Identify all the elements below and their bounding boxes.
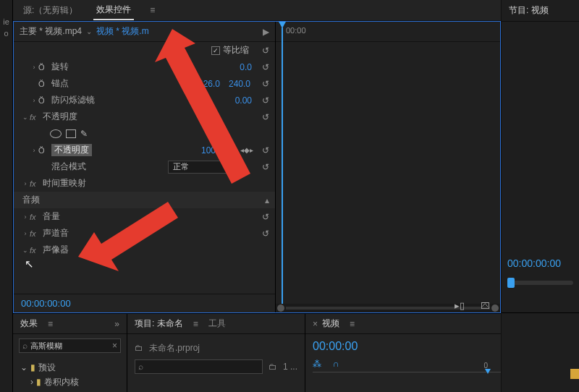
reset-icon[interactable]: ↺	[256, 229, 275, 239]
timeline-panel: × 视频 ≡ 00:00:00 ⁂ ∩ 0	[305, 314, 501, 392]
tab-effect-controls[interactable]: 效果控件	[93, 1, 134, 20]
reset-icon[interactable]: ↺	[256, 79, 275, 89]
master-clip-label[interactable]: 主要 * 视频.mp4	[20, 25, 82, 38]
program-scrubber[interactable]	[507, 281, 573, 285]
reset-icon[interactable]: ↺	[256, 112, 275, 122]
left-edge: ieo	[0, 0, 13, 392]
uniform-scale-checkbox[interactable]: ✓	[211, 46, 220, 55]
project-panel-title[interactable]: 项目: 未命名	[135, 318, 183, 330]
twirl-icon[interactable]: ›	[30, 147, 38, 154]
scrubber-thumb[interactable]	[507, 278, 515, 288]
play-toggle-icon[interactable]: ▸▯	[450, 300, 469, 311]
mouse-cursor-icon: ↖	[25, 257, 34, 270]
scrollbar-thumb[interactable]	[277, 304, 284, 312]
panel-menu-icon[interactable]: ≡	[190, 319, 201, 329]
chevron-down-icon[interactable]: ⌄	[86, 27, 92, 35]
folder-icon: ▮	[30, 362, 35, 372]
reset-icon[interactable]: ↺	[256, 95, 275, 106]
program-panel-title[interactable]: 节目: 视频	[509, 4, 549, 17]
fx-badge-icon[interactable]: fx	[30, 113, 40, 122]
ec-timeline[interactable]: 00:00 ▸▯ ⮹	[276, 22, 500, 312]
antiflicker-value[interactable]: 0.00	[231, 95, 256, 106]
stopwatch-icon[interactable]: Ŏ	[38, 146, 48, 155]
twirl-icon[interactable]: ›	[21, 230, 30, 237]
anchor-y-value[interactable]: 240.0	[224, 79, 256, 89]
reset-icon[interactable]: ↺	[256, 46, 275, 56]
search-icon: ⌕	[22, 341, 30, 351]
timeline-panel-title[interactable]: 视频	[322, 318, 339, 330]
clip-marker[interactable]	[570, 369, 579, 379]
project-file-name: 未命名.prproj	[149, 342, 200, 354]
rect-mask-icon[interactable]	[66, 129, 76, 138]
kernel-folder-row[interactable]: › ▮ 卷积内核	[20, 375, 119, 389]
blend-mode-dropdown[interactable]: 正常	[168, 161, 233, 174]
twirl-icon[interactable]: ›	[30, 97, 38, 104]
effects-search-input[interactable]	[30, 341, 109, 350]
twirl-icon[interactable]: ›	[30, 64, 38, 71]
ellipse-mask-icon[interactable]	[50, 129, 62, 138]
reset-icon[interactable]: ↺	[256, 62, 275, 72]
playhead-icon[interactable]	[279, 22, 286, 28]
reset-icon[interactable]: ↺	[256, 162, 275, 172]
twirl-down-icon[interactable]: ⌄	[21, 114, 30, 121]
project-search-input[interactable]	[146, 362, 259, 371]
kernel-folder-label: 卷积内核	[44, 376, 79, 388]
project-folder-icon[interactable]: 🗀	[135, 343, 143, 353]
volume-label: 音量	[43, 210, 60, 223]
timeline-ruler[interactable]: 0	[313, 372, 501, 386]
panel-menu-icon[interactable]: ≡	[347, 319, 358, 329]
fx-badge-icon: fx	[30, 246, 40, 255]
effects-panel: 效果 ≡ » ⌕ × ⌄ ▮ 预设 ›	[13, 314, 127, 392]
effects-search[interactable]: ⌕ ×	[19, 338, 121, 353]
clear-icon[interactable]: ×	[109, 341, 117, 351]
audio-section-label: 音频	[21, 194, 40, 206]
panel-menu-icon[interactable]: ≡	[147, 5, 158, 15]
tools-tab[interactable]: 工具	[208, 318, 226, 330]
opacity-prop-label[interactable]: 不透明度	[51, 144, 92, 156]
play-icon[interactable]: ▶	[263, 27, 269, 37]
tab-source[interactable]: 源:（无剪辑）	[20, 1, 80, 20]
project-panel: 项目: 未命名 ≡ 工具 🗀 未命名.prproj ⌕ 🗀	[127, 314, 305, 392]
blend-mode-label: 混合模式	[51, 161, 86, 173]
reset-icon[interactable]: ↺	[256, 145, 275, 155]
opacity-section-label: 不透明度	[43, 111, 77, 123]
fx-badge-icon[interactable]: fx	[30, 229, 40, 238]
item-count: 1 ...	[283, 362, 297, 372]
opacity-value[interactable]: 100.0 %	[197, 145, 237, 155]
stopwatch-icon[interactable]: Ŏ	[38, 80, 48, 88]
twirl-icon[interactable]: ›	[21, 180, 30, 187]
channel-volume-label: 声道音	[43, 227, 69, 239]
panel-chevron-icon[interactable]: »	[114, 319, 119, 329]
project-search[interactable]: ⌕	[135, 359, 263, 374]
rotation-value[interactable]: 0.0	[235, 62, 256, 72]
folder-icon: ▮	[36, 377, 41, 387]
timeline-timecode[interactable]: 00:00:00	[313, 340, 494, 353]
anchor-x-value[interactable]: 426.0	[194, 79, 224, 89]
antiflicker-label: 防闪烁滤镜	[51, 94, 95, 106]
twirl-icon[interactable]: ⌄	[21, 247, 30, 254]
bin-icon[interactable]: 🗀	[269, 362, 277, 372]
rotation-label: 旋转	[51, 61, 69, 73]
effects-panel-title[interactable]: 效果	[20, 318, 38, 330]
twirl-icon[interactable]: ›	[30, 377, 33, 387]
preset-folder-row[interactable]: ⌄ ▮ 预设	[20, 360, 119, 375]
keyframe-nav-icon[interactable]: ◂◆▸	[237, 146, 256, 154]
playhead-icon[interactable]	[485, 369, 491, 374]
twirl-down-icon[interactable]: ⌄	[20, 362, 28, 372]
sequence-clip-label[interactable]: 视频 * 视频.m	[96, 25, 149, 38]
stopwatch-icon[interactable]: Ŏ	[38, 96, 48, 105]
panel-menu-icon[interactable]: ≡	[45, 319, 56, 329]
export-icon[interactable]: ⮹	[476, 300, 494, 311]
program-panel: 节目: 视频 00:00:00:00	[501, 0, 579, 392]
reset-icon[interactable]: ↺	[256, 212, 275, 222]
snap-icon[interactable]: ⁂	[313, 359, 321, 369]
program-timecode[interactable]: 00:00:00:00	[507, 257, 561, 269]
section-triangle-icon[interactable]: ▴	[265, 195, 275, 205]
magnet-icon[interactable]: ∩	[333, 359, 339, 369]
pen-mask-icon[interactable]: ✎	[80, 129, 88, 139]
source-panel-tabs: 源:（无剪辑） 效果控件 ≡	[13, 0, 501, 21]
twirl-icon[interactable]: ›	[21, 213, 30, 221]
timecode-display[interactable]: 00:00:00:00	[21, 298, 71, 309]
stopwatch-icon[interactable]: Ŏ	[38, 63, 48, 72]
fx-badge-icon[interactable]: fx	[30, 213, 40, 221]
